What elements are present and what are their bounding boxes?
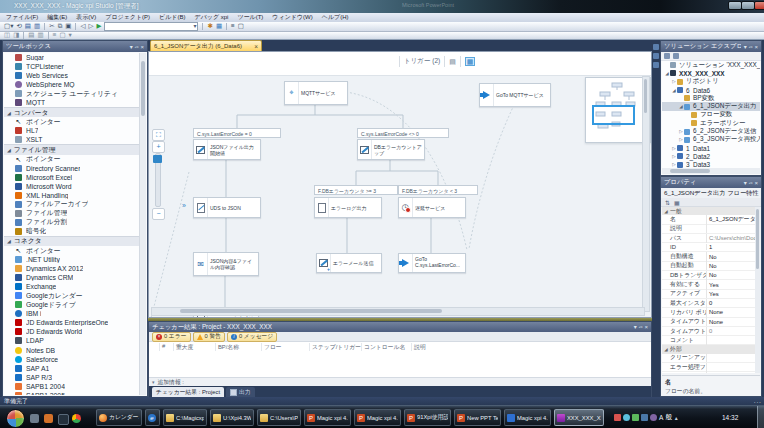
zoom-slider-handle[interactable] [153,155,162,163]
ime-conversion-mode[interactable]: 般 [665,413,672,422]
save-all-icon[interactable]: ▥ [34,23,40,30]
property-row[interactable]: 最大インスタンス0 [662,299,755,308]
toolbox-item[interactable]: ↖ポインター [4,117,140,126]
property-value[interactable]: 0 [707,300,755,306]
flow-node-json-start[interactable]: JSONファイル出力開始値 [193,139,261,160]
flow-node-goto-mqtt[interactable]: GoTo MQTTサービス [479,83,551,107]
column-flow[interactable]: フロー [261,343,282,351]
branch-condition-counter-ge3[interactable]: F.DBエラーカウンタ >= 3 [314,185,398,195]
maximize-button[interactable] [741,1,755,10]
branch-condition-right[interactable]: C.sys.LastErrorCode <> 0 [357,128,449,138]
close-button[interactable] [754,1,764,10]
menu-window[interactable]: ウィンドウ(W) [272,13,312,22]
collapsed-panel-icon[interactable] [653,44,659,50]
properties-header[interactable]: プロパティ ▾ t × [661,177,761,188]
run-icon[interactable]: ▶ [96,23,101,30]
tab-output[interactable]: 出力 [226,387,255,397]
branch-condition-counter-lt3[interactable]: F.DBエラーカウンタ < 3 [398,185,478,195]
taskbar-button-folder-magicxpi[interactable]: C:\Magicxpi... [163,409,207,426]
toolbox-item[interactable]: ファイル分割 [4,218,140,227]
column-control-name[interactable]: コントロール名 [361,343,405,351]
property-row[interactable]: DBトランザクシ:No [662,271,755,280]
tree-item-error-policy[interactable]: エラーポリシー [662,119,760,127]
toolbox-item[interactable]: JD Edwards EnterpriseOne [4,318,140,327]
tree-item-project[interactable]: ◢XXX_XXX_XXX [662,69,760,77]
checker-results-list[interactable] [149,351,651,377]
flow-node-uds-to-json[interactable]: UDS to JSON [193,197,261,218]
undo-icon[interactable]: ⟲ [16,23,21,30]
show-desktop-button[interactable] [757,406,764,428]
property-row[interactable]: エラー処理フロー [662,363,755,372]
toolbox-item[interactable]: Microsoft Excel [4,173,140,182]
toolbox-item[interactable]: TCPListener [4,62,140,71]
tab-close-icon[interactable]: × [254,43,258,50]
frame-icon[interactable]: ▢ [59,32,65,39]
toolbox-item[interactable]: Googleドライブ [4,300,140,309]
branch-condition-left[interactable]: C.sys.LastErrorCode = 0 [193,128,281,138]
toolbox-item[interactable]: SAPB1 2004 [4,382,140,391]
toolbox-item[interactable]: HL7 [4,126,140,135]
tray-app-icon[interactable] [623,414,630,421]
column-bp-name[interactable]: BP/名称 [215,343,239,351]
toolbox-item[interactable]: IBM i [4,309,140,318]
taskbar-button-ppt-newppt[interactable]: P New PPT Te... [454,409,501,426]
title-bar[interactable]: XXX_XXX_XXX - Magic xpi Studio [管理者] Mic… [0,0,764,13]
toolbox-item[interactable]: Notes DB [4,346,140,355]
menu-build[interactable]: ビルド(B) [159,13,185,22]
menu-file[interactable]: ファイル(F) [6,13,38,22]
settings-icon[interactable]: ▦ [216,23,222,30]
copy-icon[interactable]: ⧉ [58,23,63,30]
close-icon[interactable]: × [644,324,648,330]
taskbar-button-ppt-magicxpi41[interactable]: P Magic xpi 4.1... [354,409,401,426]
zoom-out-button[interactable]: − [152,208,165,220]
flow-node-json-check[interactable]: ✉ JSON内容&ファイル内容確認 [193,252,259,276]
collapsed-panel-icon[interactable] [653,53,659,59]
toolbox-category-file[interactable]: ◢ファイル管理 [4,144,140,154]
property-row[interactable]: タイムアウト時間0 [662,327,755,336]
toolbox-scrollbar[interactable] [139,53,146,395]
column-step-trigger[interactable]: ステップ/トリガー [309,343,361,351]
checker-icon[interactable]: ✱ [207,23,212,30]
scrollbar-thumb[interactable] [180,309,442,313]
tree-item-2-data2[interactable]: ▷2_Data2 [662,152,760,160]
toolbox-item[interactable]: 暗号化 [4,227,140,236]
toolbox-item[interactable]: SAP R/3 [4,373,140,382]
property-row[interactable]: タイムアウト (秒)None [662,318,755,327]
close-icon[interactable]: × [140,44,144,50]
flow-node-delay-service[interactable]: ◷ 遅延サービス [398,197,466,218]
fit-to-screen-button[interactable]: ⛶ [152,129,165,141]
start-button[interactable] [6,409,25,428]
toolbox-category-converters[interactable]: ◢コンバータ [4,107,140,117]
tree-item-6-3-json-reinput[interactable]: ▷6_3_JSONデータ再投入 [662,136,760,144]
quick-launch-icon[interactable] [30,414,39,423]
taskbar-clock[interactable]: 14:32 [722,414,738,421]
navigate-back-icon[interactable]: ◁ [80,23,85,30]
toolbox-item[interactable]: ファイル管理 [4,209,140,218]
sort-az-icon[interactable]: ⇅ [665,199,670,206]
scrollbar-thumb[interactable] [670,169,710,173]
property-row[interactable]: 自動構造No [662,252,755,261]
toolbox-item[interactable]: Dynamics CRM [4,273,140,282]
taskbar-button-folder-xpi43[interactable]: U:\Xpi4.3Wo... [210,409,254,426]
toolbox-item[interactable]: Dynamics AX 2012 [4,264,140,273]
new-item-icon[interactable]: ▢▾ [4,23,13,30]
toolbox-item[interactable]: Salesforce [4,355,140,364]
indent-icon[interactable]: ▤ [28,32,34,39]
property-value[interactable]: Yes [707,291,755,297]
pin-icon[interactable]: t [748,46,754,48]
window-icon[interactable]: ▢ [238,23,244,30]
scrollbar-thumb[interactable] [141,61,145,116]
warnings-toggle-button[interactable]: 0 警告 [193,332,225,342]
tree-item-bp-vars[interactable]: BP変数 [662,94,760,102]
tray-network-icon[interactable] [641,414,648,421]
property-row[interactable]: クリーンアップフ [662,354,755,363]
property-value[interactable]: Yes [707,282,755,288]
taskbar-button-ppt-magicxpi[interactable]: P Magic xpi 4.... [304,409,351,426]
trigger-view-icon[interactable]: ▤ [449,58,456,65]
tree-item-6-data6[interactable]: ◢6_Data6 [662,86,760,94]
chevron-down-icon[interactable]: ▾ [744,180,747,186]
additional-info-row[interactable]: ▾ 追加情報 : [149,377,651,386]
toolbox-item[interactable]: SAP A1 [4,364,140,373]
flow-node-mqtt-trigger[interactable]: ⌖ MQTTサービス [284,81,348,105]
toolbox-category-connectors[interactable]: ◢コネクタ [4,236,140,246]
